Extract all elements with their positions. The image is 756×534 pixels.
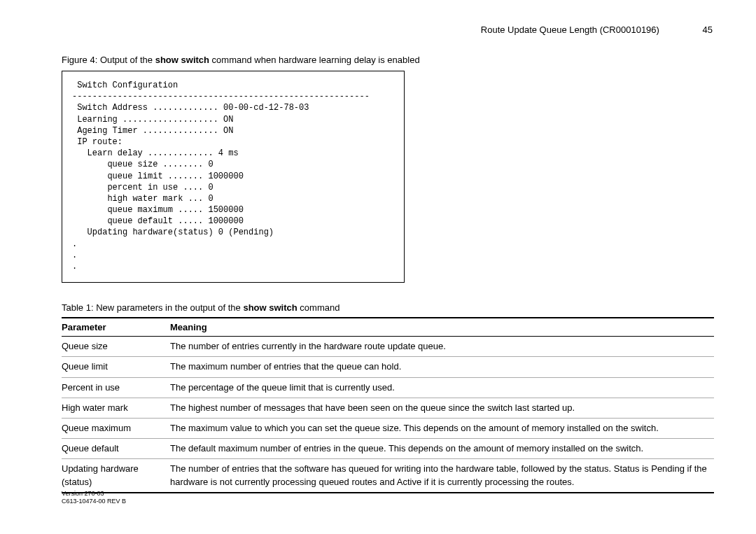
cell-param: Queue limit <box>62 357 170 377</box>
table-caption-suffix: command <box>298 302 340 313</box>
table-row: Queue limit The maximum number of entrie… <box>62 357 714 377</box>
cell-meaning: The number of entries that the software … <box>170 459 714 493</box>
table-header-meaning: Meaning <box>170 318 714 337</box>
table-row: High water mark The highest number of me… <box>62 398 714 418</box>
figure-caption-prefix: Figure 4: Output of the <box>62 55 155 65</box>
table-row: Updating hardware (status) The number of… <box>62 459 714 493</box>
cell-meaning: The number of entries currently in the h… <box>170 337 714 357</box>
cell-param: Queue maximum <box>62 418 170 438</box>
table-row: Queue default The default maximum number… <box>62 439 714 459</box>
cell-param: Queue size <box>62 337 170 357</box>
cell-param: High water mark <box>62 398 170 418</box>
code-output-box: Switch Configuration -------------------… <box>62 71 405 283</box>
cell-meaning: The default maximum number of entries in… <box>170 439 714 459</box>
cell-param: Queue default <box>62 439 170 459</box>
cell-meaning: The maximum value to which you can set t… <box>170 418 714 438</box>
cell-param: Updating hardware (status) <box>62 459 170 493</box>
page-footer: Version 276-03 C613-10474-00 REV B <box>62 490 126 506</box>
table-caption-prefix: Table 1: New parameters in the output of… <box>62 302 243 313</box>
page-header: Route Update Queue Length (CR00010196) 4… <box>62 24 714 35</box>
footer-rev: C613-10474-00 REV B <box>62 498 126 506</box>
table-row: Queue maximum The maximum value to which… <box>62 418 714 438</box>
cell-meaning: The highest number of messages that have… <box>170 398 714 418</box>
header-title: Route Update Queue Length (CR00010196) <box>481 24 659 35</box>
figure-caption-command: show switch <box>155 55 209 65</box>
table-caption-command: show switch <box>243 302 297 313</box>
figure-caption-suffix: command when hardware learning delay is … <box>209 55 420 65</box>
table-caption: Table 1: New parameters in the output of… <box>62 302 714 313</box>
figure-caption: Figure 4: Output of the show switch comm… <box>62 55 714 65</box>
header-page-number: 45 <box>703 24 713 35</box>
table-row: Percent in use The percentage of the que… <box>62 377 714 398</box>
cell-meaning: The percentage of the queue limit that i… <box>170 377 714 398</box>
table-row: Queue size The number of entries current… <box>62 337 714 357</box>
cell-meaning: The maximum number of entries that the q… <box>170 357 714 377</box>
parameter-table: Parameter Meaning Queue size The number … <box>62 317 714 493</box>
table-header-parameter: Parameter <box>62 318 170 337</box>
table-header-row: Parameter Meaning <box>62 318 714 337</box>
cell-param: Percent in use <box>62 377 170 398</box>
footer-version: Version 276-03 <box>62 490 126 498</box>
